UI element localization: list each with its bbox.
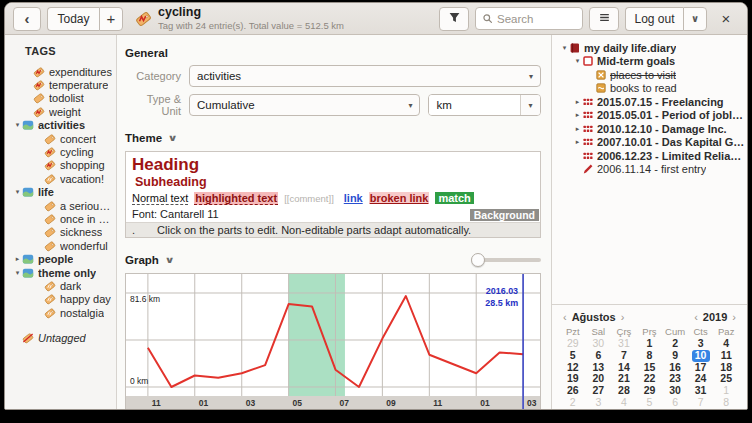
theme-match-sample[interactable]: match <box>435 192 473 204</box>
calendar-next-month[interactable]: › <box>618 311 628 323</box>
logout-dropdown-button[interactable]: ∨ <box>683 7 707 31</box>
todo-open-icon <box>582 55 594 67</box>
journal-tree-row[interactable]: ▸ 2015.07.15 - Freelancing <box>558 95 745 109</box>
calendar-prev-month[interactable]: ‹ <box>560 311 570 323</box>
calendar-day[interactable]: 4 <box>611 397 637 409</box>
expander-icon[interactable]: ▸ <box>573 98 582 106</box>
today-button[interactable]: Today <box>47 7 99 31</box>
logout-group: Log out ∨ <box>625 7 707 31</box>
sidebar-tag-row[interactable]: ▸ people <box>11 252 114 265</box>
calendar-day[interactable]: 5 <box>637 397 663 409</box>
category-select[interactable]: activities ▾ <box>189 65 541 87</box>
calendar-next-year[interactable]: › <box>729 311 739 323</box>
journal-tree-row[interactable]: books to read <box>558 82 745 96</box>
sidebar-tag-row[interactable]: shopping <box>11 159 114 172</box>
expander-icon[interactable]: ▸ <box>573 138 582 146</box>
calendar-day[interactable]: 10 <box>688 350 714 362</box>
tag-plain-icon <box>44 200 56 212</box>
theme-normal-text-sample[interactable]: Normal text <box>132 192 188 205</box>
theme-heading-sample[interactable]: Heading <box>132 155 532 175</box>
svg-text:81.6 km: 81.6 km <box>130 294 160 304</box>
svg-text:03: 03 <box>527 398 537 408</box>
calendar-day[interactable]: 8 <box>637 350 663 362</box>
sidebar-tag-row[interactable]: todolist <box>11 92 114 105</box>
sidebar-tag-row[interactable]: a serious acco… <box>11 199 114 212</box>
calendar-day[interactable]: 7 <box>611 350 637 362</box>
svg-text:2014: 2014 <box>152 407 171 410</box>
sidebar-tag-row[interactable]: cycling <box>11 145 114 158</box>
sidebar-tag-row[interactable]: vacation! <box>11 172 114 185</box>
journal-tree-row[interactable]: ▸ 2007.10.01 - Das Kapital GmbH <box>558 136 745 150</box>
expander-icon[interactable]: ▸ <box>573 125 582 133</box>
unit-combobox[interactable]: km ▾ <box>428 94 541 116</box>
sidebar-tag-row[interactable]: ▾ activities <box>11 119 114 132</box>
sidebar-tag-row[interactable]: temperature <box>11 78 114 91</box>
search-box[interactable] <box>475 7 583 30</box>
slider-knob[interactable] <box>471 253 485 267</box>
sidebar-tag-row[interactable]: ▾ life <box>11 186 114 199</box>
calendar-day[interactable]: 6 <box>662 397 688 409</box>
calendar-day[interactable]: 3 <box>586 397 612 409</box>
graph-zoom-slider[interactable] <box>471 253 541 267</box>
svg-text:07: 07 <box>339 398 349 408</box>
journal-tree-row[interactable]: ▸ 2015.05.01 - Period of joblessness and… <box>558 109 745 123</box>
calendar-day[interactable]: 5 <box>560 350 586 362</box>
theme-background-button[interactable]: Background <box>470 209 539 221</box>
expander-icon[interactable]: ▾ <box>13 121 22 129</box>
sidebar-tag-row[interactable]: nostalgia <box>11 306 114 319</box>
theme-broken-link-sample[interactable]: broken link <box>369 192 430 204</box>
filter-button[interactable] <box>439 7 469 31</box>
add-entry-button[interactable]: + <box>99 7 123 31</box>
sidebar-untagged-row[interactable]: Untagged <box>11 331 114 344</box>
journal-tree-row[interactable]: ▾ Mid-term goals <box>558 55 745 69</box>
sidebar-tag-row[interactable]: expenditures <box>11 65 114 78</box>
calendar-prev-year[interactable]: ‹ <box>691 311 701 323</box>
sidebar-tag-row[interactable]: weight <box>11 105 114 118</box>
type-select[interactable]: Cumulative ▾ <box>189 94 420 116</box>
category-icon <box>22 267 34 279</box>
expander-icon[interactable]: ▾ <box>13 188 22 196</box>
calendar-days: 2930311234567891011121314151617181920212… <box>560 338 739 409</box>
theme-highlight-sample[interactable]: highlighted text <box>194 192 278 205</box>
theme-section-header[interactable]: Theme ∨ <box>125 132 541 144</box>
sidebar-tag-row[interactable]: happy day <box>11 293 114 306</box>
journal-tree-row[interactable]: places to visit <box>558 68 745 82</box>
journal-tree-row[interactable]: 2006.12.23 - Limited Reliability Co. <box>558 149 745 163</box>
menu-button[interactable] <box>589 7 619 31</box>
sidebar-tag-row[interactable]: once in a lifeti… <box>11 212 114 225</box>
expander-icon[interactable]: ▾ <box>13 269 22 277</box>
journal-tree-row[interactable]: ▾ my daily life.diary <box>558 41 745 55</box>
theme-hint-bar: . Click on the parts to edit. Non-editab… <box>126 222 540 237</box>
calendar-day[interactable]: 8 <box>713 397 739 409</box>
expander-icon[interactable]: ▸ <box>573 111 582 119</box>
theme-subheading-sample[interactable]: Subheading <box>135 175 532 190</box>
sidebar-tag-row[interactable]: sickness <box>11 226 114 239</box>
sidebar-tag-row[interactable]: concert <box>11 132 114 145</box>
sidebar-tag-row[interactable]: dark <box>11 279 114 292</box>
close-button[interactable]: × <box>713 7 739 31</box>
calendar-day[interactable]: 7 <box>688 397 714 409</box>
theme-comment-sample[interactable]: [[comment]] <box>284 193 334 204</box>
search-input[interactable] <box>497 13 576 25</box>
calendar-day[interactable]: 2 <box>560 397 586 409</box>
calendar-day[interactable]: 11 <box>713 350 739 362</box>
unit-input[interactable]: km <box>429 95 520 115</box>
calendar-day[interactable]: 6 <box>586 350 612 362</box>
calendar-day[interactable]: 9 <box>662 350 688 362</box>
unit-dropdown-button[interactable]: ▾ <box>520 95 540 115</box>
expander-icon[interactable]: ▾ <box>560 44 569 52</box>
theme-link-sample[interactable]: link <box>344 192 363 204</box>
sidebar-tag-row[interactable]: wonderful <box>11 239 114 252</box>
sidebar-tag-row[interactable]: ▾ theme only <box>11 266 114 279</box>
logout-button[interactable]: Log out <box>625 7 683 31</box>
expander-icon[interactable]: ▾ <box>573 57 582 65</box>
chevron-down-icon: ∨ <box>168 133 178 143</box>
back-button[interactable]: ‹ <box>13 7 41 31</box>
search-icon <box>482 10 493 28</box>
graph-section-header[interactable]: Graph ∨ <box>125 253 541 267</box>
journal-tree-row[interactable]: 2006.11.14 - first entry <box>558 163 745 177</box>
expander-icon[interactable]: ▸ <box>13 255 22 263</box>
chevron-down-icon: ∨ <box>164 255 174 265</box>
theme-preview-card: Heading Subheading Normal text highlight… <box>125 151 541 238</box>
journal-tree-row[interactable]: ▸ 2010.12.10 - Damage Inc. <box>558 122 745 136</box>
